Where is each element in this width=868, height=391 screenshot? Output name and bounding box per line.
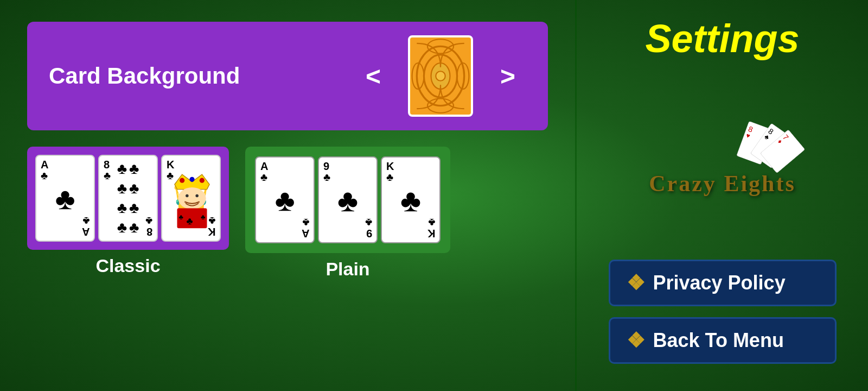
svg-point-10 [180, 178, 184, 183]
left-panel: Card Background < > [0, 0, 575, 391]
crazy-eights-logo-text: Crazy Eights [649, 171, 796, 197]
logo-word-eights: Eights [724, 171, 795, 196]
card-center-symbol: ♣ [337, 182, 358, 218]
card-background-row: Card Background < > [27, 22, 548, 130]
card-rank-bottom: 9♣ [365, 217, 372, 239]
svg-point-11 [189, 177, 194, 182]
classic-cards-group: A♣ ♣ A♣ 8♣ ♣♣ ♣♣ ♣♣ ♣♣ 8♣ [27, 147, 229, 250]
svg-point-15 [195, 194, 199, 198]
card-rank-bottom: 8♣ [145, 216, 152, 237]
plain-nine-card: 9♣ ♣ 9♣ [318, 156, 378, 243]
logo-area: 8 ♥ 8 ♣ 7 ♦ Crazy Eights [649, 124, 796, 197]
card-rank-top: A♣ [41, 159, 90, 181]
plain-style-label: Plain [326, 258, 369, 280]
classic-style-label: Classic [95, 255, 160, 276]
privacy-policy-label: Privacy Policy [653, 272, 786, 294]
svg-text:♣: ♣ [179, 213, 184, 221]
settings-title-area: Settings [645, 16, 799, 61]
buttons-area: ❖ Privacy Policy ❖ Back To Menu [609, 260, 837, 364]
card-center-symbol: ♣ [55, 181, 75, 216]
card-rank-bottom: A♣ [82, 216, 90, 237]
logo-cards-fan: 8 ♥ 8 ♣ 7 ♦ [655, 124, 796, 168]
plain-cards-group: A♣ ♣ A♣ 9♣ ♣ 9♣ K♣ ♣ K♣ [245, 147, 450, 253]
right-panel: Settings 8 ♥ 8 ♣ [575, 0, 868, 391]
classic-style-option[interactable]: A♣ ♣ A♣ 8♣ ♣♣ ♣♣ ♣♣ ♣♣ 8♣ [27, 147, 229, 276]
svg-point-14 [186, 194, 189, 198]
card-center-symbol: ♣ [400, 182, 421, 218]
back-to-menu-button[interactable]: ❖ Back To Menu [609, 317, 837, 364]
svg-text:♣: ♣ [186, 215, 193, 226]
back-to-menu-label: Back To Menu [653, 329, 784, 352]
plain-style-option[interactable]: A♣ ♣ A♣ 9♣ ♣ 9♣ K♣ ♣ K♣ Plain [245, 147, 450, 280]
back-to-menu-icon: ❖ [627, 329, 645, 352]
logo-word-crazy: Crazy [649, 171, 724, 196]
card-rank-bottom: A♣ [302, 217, 309, 239]
svg-point-12 [200, 178, 205, 183]
privacy-policy-icon: ❖ [627, 271, 645, 295]
plain-king-card: K♣ ♣ K♣ [381, 156, 441, 243]
card-pips: ♣♣ ♣♣ ♣♣ ♣♣ [117, 160, 139, 236]
classic-ace-card: A♣ ♣ A♣ [35, 155, 95, 242]
card-rank-top: A♣ [260, 161, 309, 182]
card-styles-row: A♣ ♣ A♣ 8♣ ♣♣ ♣♣ ♣♣ ♣♣ 8♣ [27, 147, 548, 280]
card-background-label: Card Background [49, 63, 339, 89]
svg-point-4 [436, 71, 445, 80]
settings-title: Settings [645, 16, 799, 61]
svg-text:♣: ♣ [201, 213, 206, 221]
next-background-button[interactable]: > [489, 56, 526, 97]
card-rank-bottom: K♣ [427, 217, 435, 239]
card-center-symbol: ♣ [275, 182, 295, 218]
classic-king-card: K♣ 👑 K♣ [161, 155, 221, 242]
classic-eight-card: 8♣ ♣♣ ♣♣ ♣♣ ♣♣ 8♣ [98, 155, 158, 242]
plain-ace-card: A♣ ♣ A♣ [255, 156, 315, 243]
privacy-policy-button[interactable]: ❖ Privacy Policy [609, 260, 837, 306]
prev-background-button[interactable]: < [355, 56, 392, 97]
card-rank-top: K♣ [386, 161, 435, 182]
card-back-preview [408, 35, 473, 117]
card-rank-top: 9♣ [323, 161, 372, 182]
